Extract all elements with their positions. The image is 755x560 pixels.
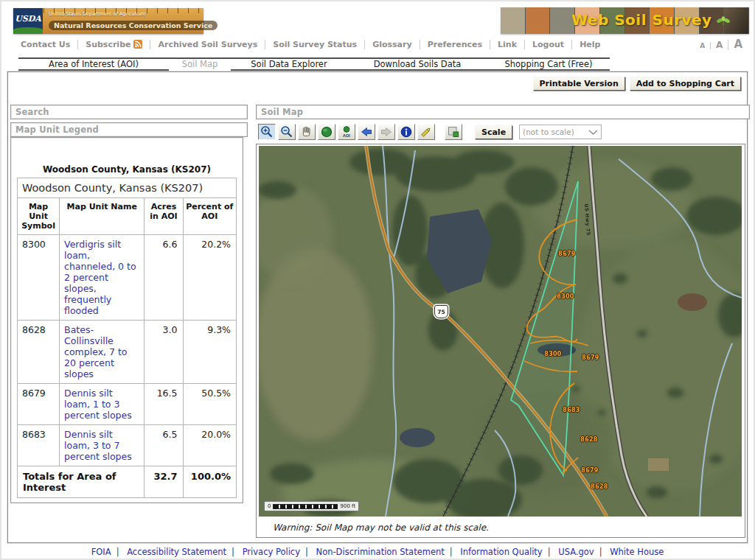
search-section-header[interactable]: Search	[10, 105, 248, 119]
font-size-large-button[interactable]: A	[728, 38, 748, 51]
footer-white-house[interactable]: White House	[610, 547, 664, 557]
printable-version-button[interactable]: Printable Version	[533, 77, 625, 91]
rss-icon	[133, 40, 142, 49]
acres-value: 6.6	[145, 235, 183, 321]
map-unit-legend-content: Woodson County, Kansas (KS207) Woodson C…	[10, 137, 243, 503]
map-unit-label: 8679	[558, 251, 575, 257]
footer-foia[interactable]: FOIA	[91, 547, 111, 557]
soil-tile	[526, 7, 550, 34]
percent-value: 50.5%	[183, 384, 237, 425]
scale-end: 900 ft	[340, 503, 355, 509]
acres-value: 16.5	[145, 384, 183, 425]
legend-header-row: Map Unit Symbol Map Unit Name Acres in A…	[18, 198, 237, 235]
map-unit-label: 8679	[581, 467, 598, 474]
nav-glossary[interactable]: Glossary	[365, 40, 420, 49]
usda-logo-field	[13, 27, 43, 34]
mark-point-layers-icon[interactable]	[445, 124, 462, 140]
nav-preferences[interactable]: Preferences	[420, 40, 490, 49]
map-unit-legend-header[interactable]: Map Unit Legend	[10, 122, 248, 137]
totals-percent: 100.0%	[183, 466, 237, 498]
percent-value: 20.0%	[183, 425, 237, 466]
web-soil-survey-page: { "header": { "usda_logo": "USDA", "dept…	[0, 0, 755, 560]
nav-archived-soil-surveys[interactable]: Archived Soil Surveys	[150, 40, 265, 49]
acres-value: 3.0	[145, 321, 183, 384]
col-map-unit-symbol: Map Unit Symbol	[18, 198, 60, 235]
table-row: 8628 Bates-Collinsville complex, 7 to 20…	[18, 321, 237, 384]
usda-agency-line: Natural Resources Conservation Service	[49, 21, 218, 30]
totals-row: Totals for Area of Interest 32.7 100.0%	[18, 466, 237, 498]
footer-privacy-policy[interactable]: Privacy Policy	[243, 547, 300, 557]
nav-subscribe[interactable]: Subscribe	[78, 40, 150, 49]
zoom-to-aoi-icon[interactable]: AOI	[338, 124, 355, 140]
next-view-arrow-icon[interactable]	[378, 124, 395, 140]
totals-label: Totals for Area of Interest	[18, 466, 145, 498]
scale-segments	[273, 504, 338, 509]
tab-soil-map[interactable]: Soil Map	[169, 57, 231, 71]
map-unit-name-link[interactable]: Verdigris silt loam, channeled, 0 to 2 p…	[60, 235, 145, 321]
map-unit-symbol: 8679	[18, 384, 60, 425]
usda-logo: USDA	[13, 8, 43, 34]
map-warning-bar: Warning: Soil Map may not be valid at th…	[257, 518, 745, 537]
scale-button[interactable]: Scale	[475, 125, 512, 139]
map-scale-bar: 0 900 ft	[264, 501, 359, 511]
previous-view-arrow-icon[interactable]	[358, 124, 375, 140]
col-map-unit-name: Map Unit Name	[60, 198, 145, 235]
usda-banner: USDA United States Department of Agricul…	[13, 8, 203, 34]
soil-map-section-header[interactable]: Soil Map	[256, 105, 750, 119]
top-nav: Contact Us Subscribe Archived Soil Surve…	[13, 38, 748, 51]
nav-logout[interactable]: Logout	[525, 40, 572, 49]
footer-accessibility[interactable]: Accessibility Statement	[127, 547, 226, 557]
identify-info-icon[interactable]	[397, 124, 415, 140]
font-size-medium-button[interactable]: A	[711, 40, 728, 50]
measure-pencil-icon[interactable]	[417, 124, 435, 140]
soil-map-canvas[interactable]: 8679 8300 8300 8679 8683 8628 8679 8628 …	[259, 146, 742, 517]
pan-hand-icon[interactable]	[298, 124, 316, 140]
pond-small	[400, 428, 435, 447]
aerial-imagery	[259, 146, 742, 517]
font-size-small-button[interactable]: A	[695, 42, 711, 49]
map-unit-symbol: 8300	[18, 235, 60, 321]
survey-area-name: Woodson County, Kansas (KS207)	[18, 178, 237, 198]
footer-usa-gov[interactable]: USA.gov	[558, 547, 594, 557]
nav-help[interactable]: Help	[572, 40, 608, 49]
tab-area-of-interest[interactable]: Area of Interest (AOI)	[18, 57, 169, 71]
scale-dropdown[interactable]: (not to scale)	[519, 125, 602, 139]
map-unit-name-link[interactable]: Bates-Collinsville complex, 7 to 20 perc…	[60, 321, 145, 384]
nav-soil-survey-status[interactable]: Soil Survey Status	[265, 40, 365, 49]
map-unit-name-link[interactable]: Dennis silt loam, 1 to 3 percent slopes	[60, 384, 145, 425]
web-soil-survey-banner: Web Soil Survey	[501, 7, 749, 34]
app-title: Web Soil Survey	[571, 11, 712, 29]
nav-link[interactable]: Link	[490, 40, 525, 49]
map-unit-symbol: 8683	[18, 425, 60, 466]
table-row: 8679 Dennis silt loam, 1 to 3 percent sl…	[18, 384, 237, 425]
scale-dropdown-value: (not to scale)	[523, 127, 574, 136]
soil-map-panel: Soil Map	[256, 102, 747, 538]
percent-value: 20.2%	[183, 235, 237, 321]
footer-non-discrimination[interactable]: Non-Discrimination Statement	[316, 547, 445, 557]
map-unit-label: 8679	[582, 354, 599, 361]
highway-shield-75: 75	[434, 305, 448, 318]
map-toolbar: AOI	[258, 122, 602, 141]
add-to-shopping-cart-button[interactable]: Add to Shopping Cart	[630, 77, 741, 91]
map-unit-name-link[interactable]: Dennis silt loam, 3 to 7 percent slopes	[60, 425, 145, 466]
main-tabs: Area of Interest (AOI) Soil Map Soil Dat…	[18, 57, 610, 71]
map-unit-label: 8628	[580, 436, 597, 443]
zoom-to-extent-globe-icon[interactable]	[318, 124, 335, 140]
survey-area-row: Woodson County, Kansas (KS207)	[18, 178, 237, 198]
content-frame: Printable Version Add to Shopping Cart S…	[7, 71, 748, 543]
font-size-controls: A A A	[695, 38, 748, 51]
legend-table-caption: Woodson County, Kansas (KS207)	[11, 164, 243, 175]
soil-tile	[501, 7, 525, 34]
zoom-in-tool-icon[interactable]	[258, 124, 276, 140]
tab-download-soils-data[interactable]: Download Soils Data	[347, 57, 487, 71]
zoom-out-tool-icon[interactable]	[278, 124, 296, 140]
map-box: 8679 8300 8300 8679 8683 8628 8679 8628 …	[256, 144, 745, 538]
scale-warning-text: Warning: Soil Map may not be valid at th…	[257, 522, 489, 533]
map-unit-label: 8300	[544, 351, 561, 357]
map-unit-label: 8300	[557, 293, 574, 300]
tab-shopping-cart[interactable]: Shopping Cart (Free)	[487, 57, 610, 71]
nav-contact-us[interactable]: Contact Us	[13, 40, 78, 49]
tab-soil-data-explorer[interactable]: Soil Data Explorer	[231, 57, 347, 71]
footer-information-quality[interactable]: Information Quality	[460, 547, 542, 557]
acres-value: 6.5	[145, 425, 183, 466]
